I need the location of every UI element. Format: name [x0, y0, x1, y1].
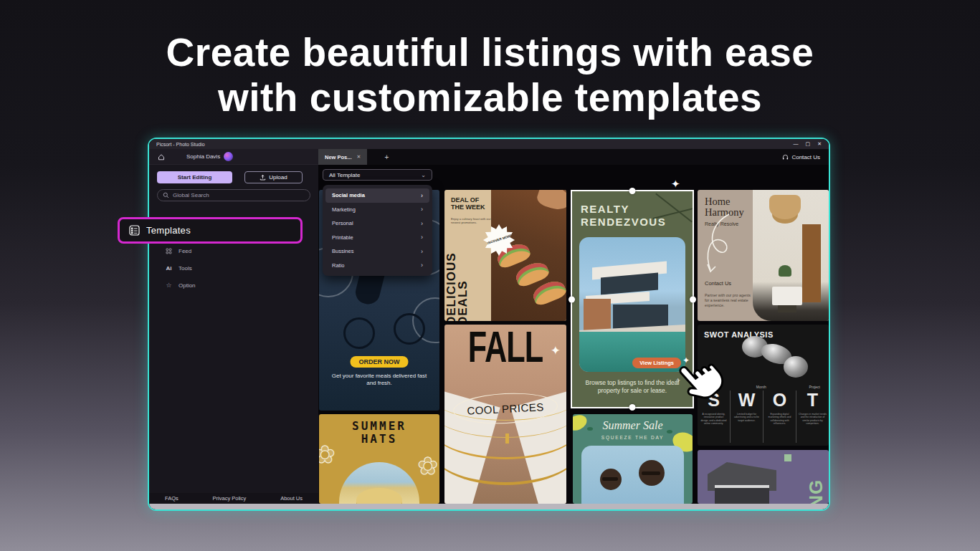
page-background: Create beautiful listings with ease with…: [0, 0, 980, 551]
template-card-summer-sale[interactable]: Summer Sale SQUEEZE THE DAY: [573, 414, 693, 504]
menu-item-label: Printable: [332, 234, 353, 241]
swot-letter: O: [766, 391, 794, 411]
sparkle-icon: ✧: [675, 377, 681, 384]
chevron-down-icon: ⌄: [421, 172, 426, 178]
metal-blob-decor: [784, 356, 808, 378]
selection-handle-bottom[interactable]: [629, 404, 636, 411]
swot-note: Limited budget for advertising and a nic…: [733, 413, 761, 423]
menu-item-bussines[interactable]: Bussines ›: [325, 244, 429, 259]
window-bottom-bar: [149, 504, 829, 509]
menu-item-ratio[interactable]: Ratio ›: [325, 259, 429, 273]
swot-note: Expanding digital marketing efforts and …: [766, 413, 794, 426]
sparkle-icon: ✦: [682, 355, 690, 365]
new-tab-button[interactable]: +: [384, 153, 389, 161]
feed-grid-icon: [166, 248, 172, 254]
swot-columns: S A recognized identity, innovative prod…: [698, 391, 829, 443]
green-square-decor: [784, 454, 791, 461]
main-content: New Pos... ✕ + Contact Us All Template ⌄: [318, 149, 829, 504]
swot-letter: S: [700, 391, 728, 411]
deal-description: Enjoy a culinary feast with our newest p…: [451, 217, 491, 225]
summer-sale-subtitle: SQUEEZE THE DAY: [573, 435, 693, 440]
swot-letter: T: [799, 391, 827, 411]
bed-headboard: [802, 224, 821, 303]
tab-bar: New Pos... ✕ + Contact Us: [318, 149, 829, 165]
sidebar-footer: FAQs Privacy Policy About Us: [149, 493, 318, 504]
building-body: [715, 485, 769, 504]
summer-sale-title: Summer Sale: [573, 419, 693, 432]
selection-handle-right[interactable]: [690, 296, 696, 302]
all-template-value: All Template: [329, 172, 360, 178]
about-us-link[interactable]: About Us: [280, 495, 303, 502]
chevron-right-icon: ›: [421, 248, 423, 255]
contact-us-button[interactable]: Contact Us: [782, 154, 820, 160]
menu-item-marketing[interactable]: Marketing ›: [325, 203, 429, 217]
template-card-home-harmony[interactable]: Home Harmony Realty Resolve Contact Us P…: [698, 190, 829, 321]
window-titlebar: Picsort - Photo Studio — ▢ ✕: [149, 139, 829, 149]
fall-title: FALL: [449, 325, 561, 372]
all-template-dropdown[interactable]: All Template ⌄: [323, 169, 432, 181]
upload-button[interactable]: Upload: [244, 171, 303, 183]
menu-item-printable[interactable]: Printable ›: [325, 231, 429, 245]
rattan-lamp: [769, 195, 801, 219]
minimize-button[interactable]: —: [794, 141, 799, 147]
plant: [779, 265, 791, 277]
tab-new-post[interactable]: New Pos... ✕: [318, 149, 367, 165]
chevron-right-icon: ›: [421, 234, 423, 241]
maximize-button[interactable]: ▢: [806, 141, 811, 147]
swot-col-t: T Changes in market trends and the intro…: [796, 391, 829, 443]
sparkle-icon: ✦: [551, 343, 561, 358]
search-placeholder: Global Search: [173, 192, 209, 198]
privacy-policy-link[interactable]: Privacy Policy: [213, 495, 247, 502]
template-card-deal-of-week[interactable]: DEAL OF THE WEEK Enjoy a culinary feast …: [444, 190, 566, 321]
close-button[interactable]: ✕: [817, 141, 822, 147]
tools-label: Tools: [179, 265, 192, 272]
menu-item-label: Social media: [332, 192, 365, 198]
menu-item-social-media[interactable]: Social media ›: [325, 188, 429, 203]
swot-col-o: O Expanding digital marketing efforts an…: [763, 391, 796, 443]
template-card-swot[interactable]: SWOT ANALYSIS Year Month Project S: [698, 325, 829, 446]
tab-label: New Pos...: [325, 154, 352, 160]
flower-decor: ✿: [418, 451, 439, 480]
straw-hat: [356, 488, 402, 504]
chevron-right-icon: ›: [421, 206, 423, 213]
sale-photo: [581, 446, 684, 504]
swot-col-s: S A recognized identity, innovative prod…: [698, 391, 730, 443]
faqs-link[interactable]: FAQs: [165, 495, 179, 502]
sidebar-item-feed[interactable]: Feed: [149, 242, 318, 259]
home-icon[interactable]: [158, 153, 165, 160]
pendant-decor: [505, 433, 509, 444]
start-editing-button[interactable]: Start Editing: [157, 171, 232, 183]
order-now-button[interactable]: ORDER NOW: [351, 356, 409, 368]
curved-arrow-doodle: [700, 210, 743, 282]
view-listings-button[interactable]: View Listings: [632, 358, 681, 368]
template-card-fall[interactable]: FALL ✦ COOL PRICES: [444, 325, 566, 504]
template-card-purple-building[interactable]: ING: [698, 450, 829, 504]
lime-hand-decor: [535, 190, 566, 213]
template-card-summer-hats[interactable]: SUMMER HATS ✿ ✿: [319, 414, 439, 504]
hero-line-2: with customizable templates: [0, 75, 980, 120]
selection-handle-top[interactable]: [629, 188, 636, 194]
selection-handle-left[interactable]: [569, 296, 575, 302]
tab-close-icon[interactable]: ✕: [357, 154, 361, 160]
user-profile[interactable]: Sophia Davis: [186, 152, 233, 161]
global-search-input[interactable]: Global Search: [157, 189, 310, 201]
swot-title: SWOT ANALYSIS: [704, 330, 774, 339]
template-card-realty-selected[interactable]: REALTY RENDEZVOUS: [571, 190, 694, 408]
bike-wheel: [394, 313, 425, 345]
avatar[interactable]: [224, 152, 233, 161]
sidebar-item-option[interactable]: ☆ Option: [149, 277, 318, 294]
deal-title: DEAL OF THE WEEK: [451, 196, 493, 211]
sidebar-item-templates-highlighted[interactable]: Templates: [118, 217, 303, 244]
harmony-caption: Partner with our pro agents for a seamle…: [705, 293, 752, 308]
sidebar-item-tools[interactable]: Ai Tools: [149, 259, 318, 277]
chevron-right-icon: ›: [421, 262, 423, 269]
realty-photo: [579, 237, 685, 372]
menu-item-personal[interactable]: Personal ›: [325, 216, 429, 231]
sidebar: Sophia Davis Start Editing Upload: [149, 149, 318, 504]
search-icon: [163, 192, 169, 198]
feed-label: Feed: [179, 248, 191, 254]
vertical-text: ING: [805, 450, 827, 504]
ai-tools-icon: Ai: [165, 265, 173, 272]
delicious-deals-vertical-text: DELICIOUS DEALS: [446, 231, 477, 321]
menu-item-label: Bussines: [332, 248, 353, 254]
